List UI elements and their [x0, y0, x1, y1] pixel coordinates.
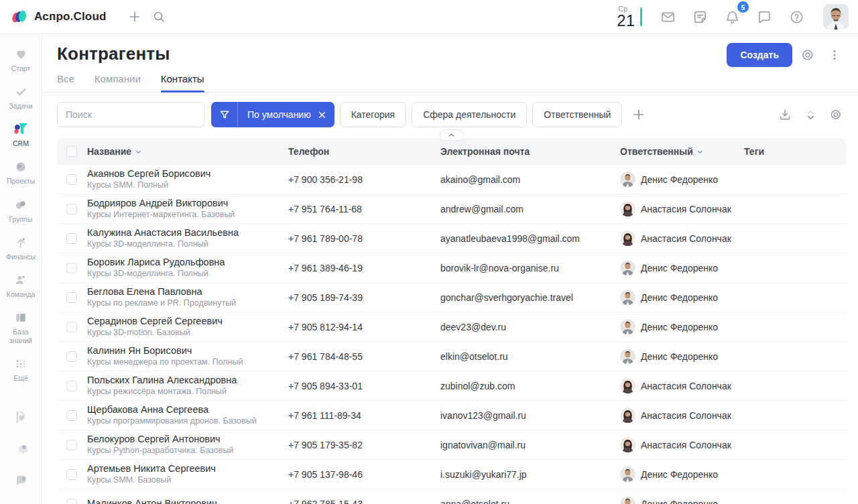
contact-phone: +7 962 785-15-43 [288, 499, 440, 504]
row-checkbox[interactable] [66, 292, 77, 303]
collapse-rows-icon[interactable] [800, 105, 820, 125]
row-checkbox[interactable] [66, 204, 77, 214]
app-logo[interactable]: Аспро.Cloud [11, 8, 107, 25]
contact-name[interactable]: Щербакова Анна Сергеева [87, 403, 279, 416]
app-name: Аспро.Cloud [34, 10, 107, 23]
contact-phone: +7 961 389-46-19 [288, 263, 440, 273]
row-checkbox[interactable] [66, 381, 77, 391]
sidebar-item-team[interactable]: Команда [4, 267, 38, 304]
row-checkbox[interactable] [66, 410, 77, 421]
table-row[interactable]: Польских Галина АлександровнаКурсы режис… [57, 371, 846, 401]
contact-name[interactable]: Малинков Антон Викторович [87, 497, 279, 504]
table-row[interactable]: Серадинов Сергей СергеевичКурсы 3D-motio… [57, 312, 846, 342]
sidebar-item-more[interactable]: Ещё [4, 351, 38, 388]
tab-companies[interactable]: Компании [95, 73, 141, 92]
sidebar-item-check[interactable]: Задачи [4, 78, 38, 116]
responsible-avatar [620, 378, 635, 393]
table-settings-gear-icon[interactable] [826, 105, 846, 125]
clear-filter-icon[interactable] [316, 111, 334, 119]
row-checkbox[interactable] [66, 322, 77, 332]
responsible-name: Анастасия Солончак [641, 410, 731, 421]
contact-name[interactable]: Бодрияров Андрей Викторович [87, 197, 279, 209]
main-content: Контрагенты Создать Все Компании Контакт… [42, 34, 858, 504]
more-options-dots-icon[interactable] [823, 44, 846, 66]
sidebar-item-label: База знаний [5, 328, 36, 345]
export-download-icon[interactable] [775, 105, 795, 125]
column-header-tags[interactable]: Теги [744, 146, 846, 157]
help-icon[interactable] [784, 5, 808, 29]
funnel-icon[interactable] [211, 102, 238, 127]
add-filter-button[interactable] [627, 103, 650, 126]
create-button[interactable]: Создать [727, 43, 792, 67]
mail-icon[interactable] [656, 5, 680, 29]
sidebar-item-finance[interactable]: Финансы [4, 229, 38, 267]
table-row[interactable]: Калинин Ян БорисовичКурсы менеджера по п… [57, 342, 846, 371]
responsible-avatar [620, 172, 635, 187]
support-chat-icon[interactable] [11, 473, 31, 489]
column-header-phone[interactable]: Телефон [288, 146, 440, 157]
sidebar-item-heart[interactable]: Старт [4, 41, 38, 78]
sidebar-item-groups[interactable]: Группы [4, 192, 38, 229]
global-search-button[interactable] [147, 5, 171, 29]
contact-name[interactable]: Артемьев Никита Сергеевич [87, 462, 279, 475]
row-checkbox[interactable] [66, 263, 77, 273]
search-input[interactable] [57, 102, 204, 127]
table-row[interactable]: Боровик Лариса РудольфовнаКурсы 3D-модел… [57, 253, 846, 283]
filter-button-category[interactable]: Категория [340, 102, 406, 127]
column-header-responsible[interactable]: Ответственный [620, 146, 744, 157]
sidebar-item-knowledge[interactable]: База знаний [4, 304, 38, 351]
row-checkbox[interactable] [66, 469, 77, 480]
contact-email: i.suzuki@yukari77.jp [440, 469, 620, 480]
active-filter-chip[interactable]: По умолчанию [211, 102, 334, 127]
tab-contacts[interactable]: Контакты [161, 73, 204, 92]
row-checkbox[interactable] [66, 351, 77, 362]
contact-subtitle: Курсы Python-разработчика. Базовый [87, 446, 279, 456]
table-row[interactable]: Белокуров Сергей АнтоновичКурсы Python-р… [57, 430, 846, 460]
user-avatar[interactable] [823, 4, 849, 29]
row-checkbox[interactable] [66, 174, 77, 185]
table-row[interactable]: Акаянов Сергей БорисовичКурсы SMM. Полны… [57, 165, 846, 194]
contact-name[interactable]: Белокуров Сергей Антонович [87, 433, 279, 445]
contact-name[interactable]: Беглова Елена Павловна [87, 286, 279, 298]
brand-icon[interactable] [11, 409, 31, 425]
crm-icon [12, 121, 29, 137]
contact-email: deev23@dev.ru [440, 322, 620, 332]
column-header-email[interactable]: Электронная почта [440, 146, 620, 157]
sidebar-item-label: Финансы [6, 253, 36, 261]
table-row[interactable]: Малинков Антон Викторович+7 962 785-15-4… [57, 489, 846, 504]
quick-add-button[interactable] [123, 5, 147, 29]
row-checkbox[interactable] [66, 499, 77, 504]
table-row[interactable]: Бодрияров Андрей ВикторовичКурсы Интерне… [57, 194, 846, 224]
calendar-date[interactable]: Ср 21 [617, 5, 635, 29]
row-checkbox[interactable] [66, 233, 77, 244]
chat-icon[interactable] [752, 5, 776, 29]
filter-button-sphere[interactable]: Сфера деятельности [412, 102, 527, 127]
table-row[interactable]: Беглова Елена ПавловнаКурсы по рекламе и… [57, 283, 846, 312]
select-all-checkbox[interactable] [66, 146, 77, 157]
table-row[interactable]: Калужина Анастасия ВасильевнаКурсы 3D-мо… [57, 224, 846, 253]
contact-name[interactable]: Польских Галина Александровна [87, 374, 279, 386]
table-row[interactable]: Артемьев Никита СергеевичКурсы SMM. Базо… [57, 460, 846, 489]
responsible-name: Денис Федоренко [641, 292, 718, 303]
notifications-bell-icon[interactable]: 5 [720, 5, 744, 29]
contact-name[interactable]: Калинин Ян Борисович [87, 344, 279, 357]
contact-name[interactable]: Калужина Анастасия Васильевна [87, 227, 279, 239]
filter-button-responsible[interactable]: Ответственный [532, 102, 622, 127]
contact-name[interactable]: Акаянов Сергей Борисович [87, 168, 279, 180]
notes-icon[interactable] [688, 5, 712, 29]
heart-icon [14, 46, 28, 62]
responsible-name: Анастасия Солончак [641, 440, 731, 450]
sidebar-item-crm[interactable]: CRM [4, 116, 38, 153]
sidebar-item-projects[interactable]: Проекты [4, 153, 38, 191]
table-row[interactable]: Щербакова Анна СергееваКурсы программиро… [57, 401, 846, 430]
tab-all[interactable]: Все [57, 73, 74, 92]
collapse-filters-pill[interactable] [440, 129, 464, 141]
date-day: 21 [617, 13, 635, 29]
contact-name[interactable]: Серадинов Сергей Сергеевич [87, 315, 279, 327]
contact-name[interactable]: Боровик Лариса Рудольфовна [87, 256, 279, 268]
column-header-name[interactable]: Название [87, 146, 288, 157]
settings-icon[interactable] [11, 441, 31, 457]
row-checkbox[interactable] [66, 440, 77, 450]
sidebar-item-label: Проекты [7, 177, 35, 186]
page-settings-gear-icon[interactable] [796, 44, 819, 66]
